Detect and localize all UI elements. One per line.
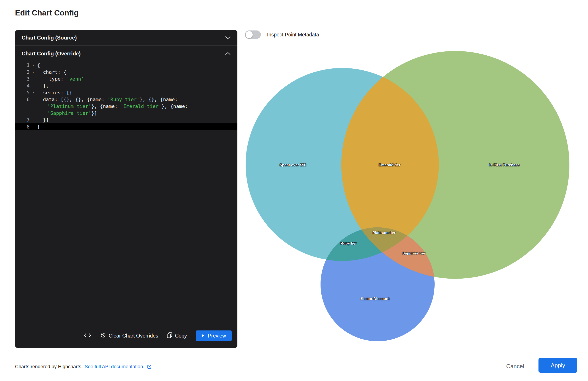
code-text: }] bbox=[37, 116, 49, 123]
code-line[interactable]: 5▾ series: [{ bbox=[15, 89, 237, 96]
override-config-header[interactable]: Chart Config (Override) bbox=[15, 46, 237, 61]
toggle-knob bbox=[246, 31, 253, 38]
code-text: { bbox=[37, 62, 40, 69]
venn-svg bbox=[245, 49, 576, 345]
fold-spacer bbox=[30, 110, 37, 116]
code-line[interactable]: 3 type: 'venn' bbox=[15, 76, 237, 82]
fold-spacer bbox=[30, 116, 37, 123]
clear-overrides-button[interactable]: Clear Chart Overrides bbox=[100, 332, 158, 340]
code-line[interactable]: 6 data: [{}, {}, {name: 'Ruby tier'}, {}… bbox=[15, 96, 237, 103]
chevron-down-icon[interactable] bbox=[225, 35, 231, 41]
line-number: 3 bbox=[15, 76, 30, 82]
code-line[interactable]: 4 }, bbox=[15, 82, 237, 89]
code-text: chart: { bbox=[37, 69, 66, 76]
code-text: data: [{}, {}, {name: 'Ruby tier'}, {}, … bbox=[37, 96, 178, 103]
inspect-point-metadata-label: Inspect Point Metadata bbox=[267, 32, 319, 38]
code-text: 'Platinum tier'}, {name: 'Emerald tier'}… bbox=[37, 103, 188, 110]
code-line[interactable]: 7 }] bbox=[15, 116, 237, 123]
code-text: } bbox=[37, 123, 40, 130]
fold-arrow-icon[interactable]: ▾ bbox=[30, 89, 37, 96]
external-link-icon[interactable] bbox=[147, 364, 152, 369]
code-text: }, bbox=[37, 82, 49, 89]
footer-credit-row: Charts rendered by Highcharts. See full … bbox=[15, 364, 152, 369]
cancel-button[interactable]: Cancel bbox=[502, 361, 528, 372]
apply-button[interactable]: Apply bbox=[539, 358, 577, 373]
code-editor[interactable]: 1▾{2▾ chart: {3 type: 'venn'4 },5▾ serie… bbox=[15, 61, 237, 330]
line-number: 5 bbox=[15, 89, 30, 96]
fold-spacer bbox=[30, 123, 37, 130]
source-config-header-label: Chart Config (Source) bbox=[22, 35, 77, 41]
override-config-header-label: Chart Config (Override) bbox=[22, 51, 81, 57]
line-number: 7 bbox=[15, 116, 30, 123]
line-number: 1 bbox=[15, 62, 30, 69]
fold-spacer bbox=[30, 82, 37, 89]
line-number: 8 bbox=[15, 123, 30, 130]
code-line[interactable]: 'Sapphire tier'}] bbox=[15, 110, 237, 116]
inspect-point-metadata-toggle[interactable] bbox=[245, 30, 261, 39]
fold-spacer bbox=[30, 96, 37, 103]
code-text: 'Sapphire tier'}] bbox=[37, 110, 97, 116]
code-brackets-icon bbox=[84, 333, 91, 339]
line-number: 6 bbox=[15, 96, 30, 103]
fold-arrow-icon[interactable]: ▾ bbox=[30, 69, 37, 76]
preview-label: Preview bbox=[208, 333, 226, 339]
copy-button[interactable]: Copy bbox=[167, 332, 187, 340]
preview-button[interactable]: Preview bbox=[196, 330, 232, 341]
editor-toolbar: Clear Chart Overrides Copy Preview bbox=[15, 330, 237, 348]
page-title: Edit Chart Config bbox=[15, 8, 79, 17]
code-line[interactable]: 'Platinum tier'}, {name: 'Emerald tier'}… bbox=[15, 103, 237, 110]
code-text: type: 'venn' bbox=[37, 76, 84, 82]
copy-icon bbox=[167, 332, 172, 340]
copy-label: Copy bbox=[175, 333, 187, 339]
line-number bbox=[15, 110, 30, 116]
line-number bbox=[15, 103, 30, 110]
code-text: series: [{ bbox=[37, 89, 72, 96]
play-icon bbox=[201, 333, 205, 339]
code-line[interactable]: 2▾ chart: { bbox=[15, 69, 237, 76]
fold-spacer bbox=[30, 103, 37, 110]
chart-config-editor-panel: Chart Config (Source) Chart Config (Over… bbox=[15, 30, 237, 348]
source-config-header[interactable]: Chart Config (Source) bbox=[15, 30, 237, 46]
history-icon bbox=[100, 332, 106, 340]
fold-spacer bbox=[30, 76, 37, 82]
venn-chart: Spent over $50Is First PurchaseSenior Di… bbox=[245, 49, 576, 345]
fold-arrow-icon[interactable]: ▾ bbox=[30, 62, 37, 69]
api-doc-link[interactable]: See full API documentation. bbox=[85, 364, 144, 369]
line-number: 2 bbox=[15, 69, 30, 76]
code-line[interactable]: 8} bbox=[15, 123, 237, 130]
clear-overrides-label: Clear Chart Overrides bbox=[109, 333, 158, 339]
code-line[interactable]: 1▾{ bbox=[15, 62, 237, 69]
line-number: 4 bbox=[15, 82, 30, 89]
highcharts-credit: Charts rendered by Highcharts. bbox=[15, 364, 83, 369]
chevron-up-icon[interactable] bbox=[225, 51, 231, 57]
code-view-button[interactable] bbox=[84, 333, 91, 339]
